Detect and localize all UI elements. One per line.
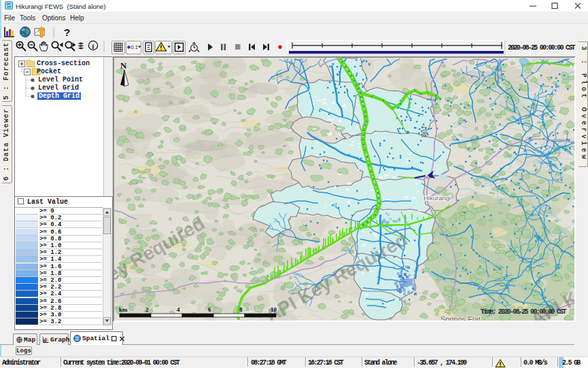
- svg-text:8: 8: [239, 306, 243, 313]
- svg-text:4: 4: [177, 306, 180, 313]
- svg-text:Hikurangi: Hikurangi: [423, 194, 451, 202]
- svg-text:6: 6: [208, 306, 211, 313]
- svg-text:10: 10: [271, 306, 277, 313]
- svg-text:?: ?: [64, 26, 70, 38]
- svg-text:2: 2: [145, 306, 149, 313]
- svg-text:SH1: SH1: [420, 126, 428, 138]
- svg-text:N: N: [120, 60, 127, 71]
- svg-text:Time: 2020-08-25 00:00:00 CST: Time: 2020-08-25 00:00:00 CST: [481, 308, 566, 316]
- svg-text:0.1: 0.1: [131, 44, 138, 50]
- svg-text:km: km: [119, 306, 128, 313]
- svg-text:Springs Flat: Springs Flat: [440, 315, 481, 320]
- svg-text:i: i: [92, 42, 94, 50]
